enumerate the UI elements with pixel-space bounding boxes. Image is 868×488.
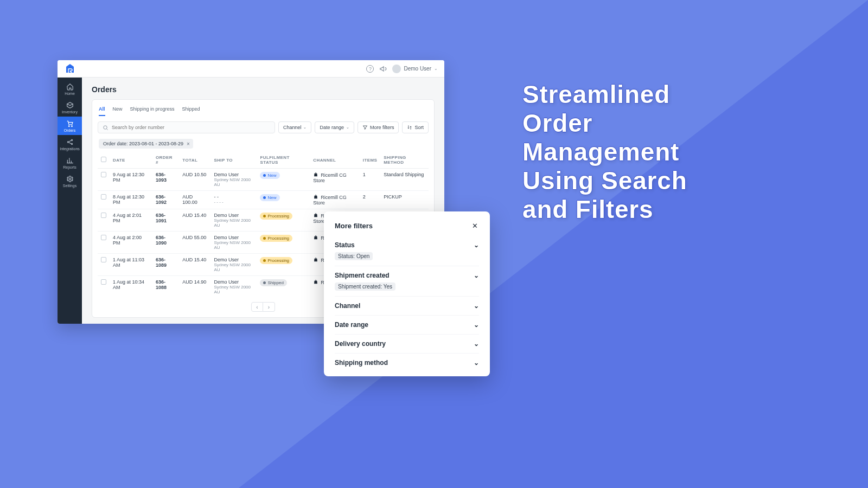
row-checkbox[interactable] bbox=[101, 257, 106, 262]
filter-row[interactable]: Channel⌄ bbox=[335, 296, 479, 315]
sidebar-item-reports[interactable]: Reports bbox=[58, 153, 82, 172]
cell-channel: Ricemill CG Store bbox=[310, 169, 360, 191]
cell-date: 4 Aug at 2:00 PM bbox=[110, 232, 152, 254]
cell-total: AUD 15.40 bbox=[179, 209, 210, 232]
row-checkbox[interactable] bbox=[101, 194, 106, 200]
help-icon[interactable]: ? bbox=[366, 65, 374, 73]
cell-items: 2 bbox=[360, 191, 380, 209]
user-name: Demo User bbox=[404, 66, 431, 72]
row-checkbox[interactable] bbox=[101, 213, 106, 218]
sidebar-item-orders[interactable]: Orders bbox=[58, 117, 82, 135]
sidebar-item-label: Reports bbox=[63, 165, 76, 169]
search-box[interactable] bbox=[98, 121, 275, 133]
cell-status: New bbox=[257, 169, 310, 191]
sidebar-item-home[interactable]: Home bbox=[58, 80, 82, 98]
sidebar: Home Inventory Orders Integrations Repor… bbox=[58, 78, 82, 324]
chevron-down-icon: ⌄ bbox=[346, 125, 349, 130]
app-logo[interactable] bbox=[58, 60, 82, 78]
home-icon bbox=[66, 83, 74, 91]
select-all-checkbox[interactable] bbox=[101, 157, 106, 162]
sidebar-item-label: Home bbox=[65, 92, 75, 95]
cell-date: 9 Aug at 12:30 PM bbox=[110, 169, 152, 191]
filter-label: Status bbox=[335, 241, 355, 249]
col-shipto: SHIP TO bbox=[210, 152, 257, 169]
cell-order[interactable]: 636-1091 bbox=[152, 209, 179, 232]
chevron-down-icon: ⌄ bbox=[474, 340, 479, 348]
tab-shipped[interactable]: Shipped bbox=[182, 105, 200, 116]
filter-row[interactable]: Delivery country⌄ bbox=[335, 334, 479, 353]
cell-status: Processing bbox=[257, 209, 310, 232]
sidebar-item-label: Settings bbox=[63, 184, 76, 188]
cell-shipto: Demo UserSydney NSW 2000 AU bbox=[210, 232, 257, 254]
row-checkbox[interactable] bbox=[101, 235, 106, 240]
cell-order[interactable]: 636-1092 bbox=[152, 191, 179, 209]
search-icon bbox=[103, 125, 108, 131]
chevron-down-icon: ⌄ bbox=[474, 272, 479, 279]
cell-order[interactable]: 636-1093 bbox=[152, 169, 179, 191]
user-menu[interactable]: Demo User ⌄ bbox=[392, 65, 438, 73]
svg-point-4 bbox=[67, 141, 68, 142]
sidebar-item-label: Integrations bbox=[60, 147, 80, 151]
col-channel: CHANNEL bbox=[310, 152, 360, 169]
cart-icon bbox=[66, 120, 74, 127]
cell-total: AUD 14.90 bbox=[179, 276, 210, 298]
sort-button[interactable]: Sort bbox=[402, 121, 429, 133]
cell-shipto: - -- - - - bbox=[210, 191, 257, 209]
sidebar-item-inventory[interactable]: Inventory bbox=[58, 98, 82, 117]
table-row[interactable]: 9 Aug at 12:30 PM636-1093AUD 10.50Demo U… bbox=[98, 169, 429, 191]
filter-label: Shipping method bbox=[335, 359, 388, 367]
cell-order[interactable]: 636-1090 bbox=[152, 232, 179, 254]
sidebar-item-settings[interactable]: Settings bbox=[58, 172, 82, 190]
sidebar-item-label: Orders bbox=[64, 129, 75, 132]
filter-row[interactable]: Status⌄Status: Open bbox=[335, 235, 479, 266]
col-status: FULFILMENT STATUS bbox=[257, 152, 310, 169]
tab-all[interactable]: All bbox=[99, 105, 105, 116]
chevron-down-icon: ⌄ bbox=[474, 359, 479, 367]
cell-total: AUD 10.50 bbox=[179, 169, 210, 191]
page-next-button[interactable]: › bbox=[263, 302, 275, 312]
svg-point-2 bbox=[68, 125, 69, 126]
filter-row[interactable]: Shipping method⌄ bbox=[335, 353, 479, 372]
more-filters-button[interactable]: More filters bbox=[358, 121, 399, 133]
tab-new[interactable]: New bbox=[113, 105, 123, 116]
chip-remove-icon[interactable]: × bbox=[187, 141, 190, 147]
filter-chip: Status: Open bbox=[335, 252, 373, 260]
cell-order[interactable]: 636-1089 bbox=[152, 254, 179, 276]
col-total: TOTAL bbox=[179, 152, 210, 169]
sidebar-item-integrations[interactable]: Integrations bbox=[58, 135, 82, 153]
row-checkbox[interactable] bbox=[101, 172, 106, 177]
cell-date: 1 Aug at 10:34 AM bbox=[110, 276, 152, 298]
cell-status: Processing bbox=[257, 232, 310, 254]
active-filter-chip: Order date: 2023-08-01 - 2023-08-29 × bbox=[99, 139, 193, 149]
chevron-down-icon: ⌄ bbox=[474, 321, 479, 329]
chevron-down-icon: ⌄ bbox=[474, 302, 479, 310]
channel-filter-button[interactable]: Channel⌄ bbox=[278, 121, 312, 133]
filter-label: Delivery country bbox=[335, 340, 386, 348]
cell-order[interactable]: 636-1088 bbox=[152, 276, 179, 298]
filter-row[interactable]: Shipment created⌄Shipment created: Yes bbox=[335, 266, 479, 296]
popover-title: More filters bbox=[335, 222, 373, 230]
box-icon bbox=[66, 101, 74, 109]
col-shipmethod: SHIPPING METHOD bbox=[380, 152, 429, 169]
filter-row[interactable]: Date range⌄ bbox=[335, 315, 479, 334]
filter-label: Date range bbox=[335, 321, 368, 329]
page-prev-button[interactable]: ‹ bbox=[251, 302, 263, 312]
cell-status: Shipped bbox=[257, 276, 310, 298]
cell-items: 1 bbox=[360, 169, 380, 191]
gear-icon bbox=[66, 175, 74, 183]
col-items: ITEMS bbox=[360, 152, 380, 169]
megaphone-icon[interactable] bbox=[379, 65, 387, 73]
tab-shipping-in-progress[interactable]: Shipping in progress bbox=[130, 105, 175, 116]
cell-shipmethod: PICKUP bbox=[380, 191, 429, 209]
page-title: Orders bbox=[92, 85, 435, 94]
filter-label: Channel bbox=[335, 302, 360, 310]
search-input[interactable] bbox=[112, 125, 270, 130]
date-range-filter-button[interactable]: Date range⌄ bbox=[315, 121, 354, 133]
close-icon[interactable]: ✕ bbox=[470, 221, 479, 230]
cell-status: Processing bbox=[257, 254, 310, 276]
chevron-down-icon: ⌄ bbox=[303, 125, 307, 130]
col-order: ORDER # bbox=[152, 152, 179, 169]
table-row[interactable]: 8 Aug at 12:30 PM636-1092AUD 100.00- -- … bbox=[98, 191, 429, 209]
row-checkbox[interactable] bbox=[101, 279, 106, 285]
filters-row: Channel⌄ Date range⌄ More filters Sort bbox=[98, 121, 429, 133]
